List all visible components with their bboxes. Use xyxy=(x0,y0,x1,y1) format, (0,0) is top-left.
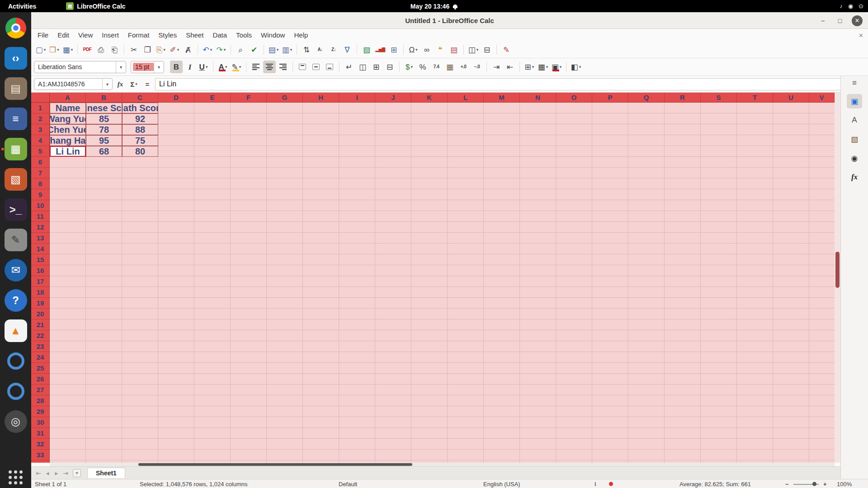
conditional-formatting-button[interactable]: ◧▾ xyxy=(570,61,582,73)
insert-mode-icon[interactable]: I xyxy=(594,480,596,487)
row-header-28[interactable]: 28 xyxy=(31,395,50,406)
text-language[interactable]: English (USA) xyxy=(483,480,520,487)
column-header-H[interactable]: H xyxy=(303,93,339,103)
sort-ascending-button[interactable]: A↓ xyxy=(314,43,326,56)
row-header-11[interactable]: 11 xyxy=(31,211,50,222)
align-left-button[interactable] xyxy=(250,61,262,73)
menu-insert[interactable]: Insert xyxy=(97,30,123,40)
column-header-M[interactable]: M xyxy=(484,93,520,103)
function-wizard-button[interactable]: fx xyxy=(114,78,126,90)
rows-dropdown[interactable]: ▾ xyxy=(277,47,279,52)
menu-format[interactable]: Format xyxy=(123,30,154,40)
menu-help[interactable]: Help xyxy=(289,30,312,40)
special-character-button[interactable]: Ω▾ xyxy=(407,43,420,56)
row-header-31[interactable]: 31 xyxy=(31,428,50,439)
align-right-button[interactable] xyxy=(277,61,289,73)
new-document-button[interactable]: ▢▾ xyxy=(34,43,47,56)
row-header-17[interactable]: 17 xyxy=(31,276,50,287)
styles-deck-button[interactable]: A xyxy=(847,113,862,127)
highlighting-color-dropdown[interactable]: ▾ xyxy=(239,65,241,69)
column-header-T[interactable]: T xyxy=(737,93,773,103)
insert-hyperlink-button[interactable]: ∞ xyxy=(420,43,433,56)
format-currency-button[interactable]: $▾ xyxy=(403,61,415,73)
microphone-icon[interactable]: ◉ xyxy=(848,3,853,9)
row-header-6[interactable]: 6 xyxy=(31,157,50,168)
headers-footers-button[interactable]: ▤ xyxy=(448,43,460,56)
cell-B4[interactable]: 95 xyxy=(86,135,122,146)
row-header-8[interactable]: 8 xyxy=(31,178,50,189)
cell-C5[interactable]: 80 xyxy=(122,146,158,157)
cell-A1[interactable]: Name xyxy=(50,103,86,113)
topbar-app-indicator[interactable]: ▦ LibreOffice Calc xyxy=(66,2,125,10)
column-header-D[interactable]: D xyxy=(158,93,194,103)
column-header-S[interactable]: S xyxy=(701,93,737,103)
cell-C1[interactable]: Math Score xyxy=(122,103,158,113)
previous-sheet-button[interactable]: ◂ xyxy=(44,469,51,477)
align-top-button[interactable] xyxy=(296,61,309,73)
save-dropdown[interactable]: ▾ xyxy=(71,47,73,52)
bold-button[interactable]: B xyxy=(170,61,183,73)
row-header-7[interactable]: 7 xyxy=(31,168,50,178)
horizontal-scrollbar[interactable] xyxy=(50,463,835,466)
row-header-9[interactable]: 9 xyxy=(31,189,50,200)
row-header-2[interactable]: 2 xyxy=(31,113,50,124)
row-header-21[interactable]: 21 xyxy=(31,319,50,330)
volume-icon[interactable]: ♪ xyxy=(840,3,843,9)
column-header-F[interactable]: F xyxy=(231,93,267,103)
cut-button[interactable]: ✂ xyxy=(127,43,140,56)
insert-image-button[interactable]: ▧ xyxy=(360,43,373,56)
clone-formatting-dropdown[interactable]: ▾ xyxy=(177,47,179,52)
borders-dropdown[interactable]: ▾ xyxy=(532,65,534,69)
row-header-25[interactable]: 25 xyxy=(31,363,50,374)
freeze-rows-columns-button[interactable]: ◫▾ xyxy=(467,43,480,56)
pivot-table-button[interactable]: ⊞ xyxy=(387,43,400,56)
menu-data[interactable]: Data xyxy=(208,30,231,40)
font-color-dropdown[interactable]: ▾ xyxy=(225,65,227,69)
print-button[interactable]: ⎙ xyxy=(94,43,107,56)
menu-styles[interactable]: Styles xyxy=(154,30,181,40)
last-sheet-button[interactable]: ⇥ xyxy=(62,469,69,477)
dock-chrome[interactable] xyxy=(0,15,31,41)
column-header-Q[interactable]: Q xyxy=(628,93,665,103)
special-character-dropdown[interactable]: ▾ xyxy=(415,47,418,52)
column-header-U[interactable]: U xyxy=(773,93,809,103)
merge-and-center-button[interactable]: ◫ xyxy=(356,61,369,73)
dock-app-ring-2[interactable] xyxy=(0,378,31,404)
cell-A5[interactable]: Li Lin xyxy=(50,146,86,157)
gallery-deck-button[interactable]: ▧ xyxy=(847,132,862,146)
export-pdf-button[interactable]: PDF xyxy=(81,43,94,56)
first-sheet-button[interactable]: ⇤ xyxy=(35,469,42,477)
row-header-24[interactable]: 24 xyxy=(31,352,50,363)
system-status-area[interactable]: ♪◉⊙ xyxy=(840,3,863,9)
row-header-16[interactable]: 16 xyxy=(31,265,50,276)
activities-button[interactable]: Activities xyxy=(0,3,44,10)
row-header-18[interactable]: 18 xyxy=(31,287,50,298)
row-header-32[interactable]: 32 xyxy=(31,439,50,450)
dock-vlc[interactable]: ▲ xyxy=(0,318,31,344)
document-modified-icon[interactable] xyxy=(609,480,613,487)
dock-app-ring-1[interactable] xyxy=(0,348,31,374)
insert-comment-button[interactable]: ❝ xyxy=(434,43,447,56)
dock-libreoffice-impress[interactable]: ▧ xyxy=(0,166,31,192)
border-color-dropdown[interactable]: ▾ xyxy=(560,65,562,69)
add-decimal-button[interactable]: +.0 xyxy=(457,61,470,73)
row-header-23[interactable]: 23 xyxy=(31,341,50,352)
cell-A4[interactable]: Zhang Hao xyxy=(50,135,86,146)
border-style-dropdown[interactable]: ▾ xyxy=(546,65,548,69)
underline-dropdown[interactable]: ▾ xyxy=(206,65,208,69)
rows-button[interactable]: ▤▾ xyxy=(267,43,280,56)
format-percent-button[interactable]: % xyxy=(416,61,429,73)
row-header-22[interactable]: 22 xyxy=(31,330,50,341)
border-color-button[interactable]: ▣▾ xyxy=(550,61,563,73)
align-bottom-button[interactable] xyxy=(323,61,336,73)
vertical-scrollbar-thumb[interactable] xyxy=(835,252,840,288)
open-file-button[interactable]: ❒▾ xyxy=(48,43,61,56)
format-number-button[interactable]: 7.4 xyxy=(430,61,443,73)
sheet-count[interactable]: Sheet 1 of 1 xyxy=(35,480,66,487)
row-header-34[interactable]: 34 xyxy=(31,460,50,463)
dock-libreoffice-calc[interactable]: ▦ xyxy=(0,136,31,162)
name-box-dropdown[interactable]: ▾ xyxy=(102,79,112,89)
close-document-icon[interactable]: ✕ xyxy=(859,32,863,39)
name-box[interactable]: A1:AMJ1048576 ▾ xyxy=(34,78,113,90)
dock-vscode[interactable]: ‹› xyxy=(0,45,31,71)
